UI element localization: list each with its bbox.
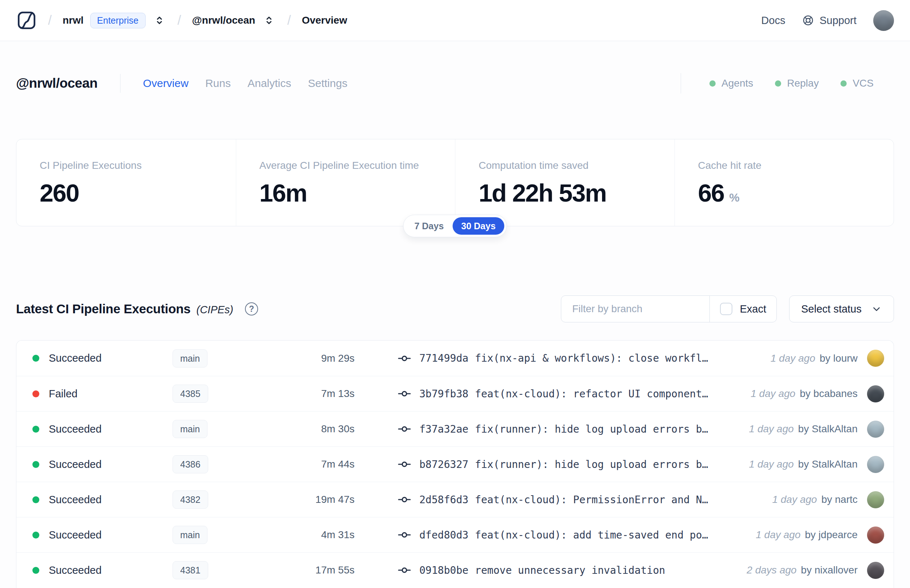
cipe-row[interactable]: Failed 4385 7m 13s 3b79fb38 feat(nx-clou… [16,376,894,411]
branch-badge[interactable]: 4382 [173,491,208,509]
chevron-up-down-icon [154,15,165,26]
stat-card: CI Pipeline Executions 260 [16,139,236,226]
breadcrumb-separator: / [48,13,52,28]
branch-badge[interactable]: 4385 [173,384,208,403]
page-crumb: Overview [302,15,347,26]
breadcrumb-separator: / [287,13,291,28]
commit-info[interactable]: f37a32ae fix(runner): hide log upload er… [398,422,708,436]
duration-label: 7m 44s [256,459,354,470]
feature-indicator[interactable]: Replay [775,78,819,89]
nx-cloud-logo-icon[interactable] [16,10,37,31]
tab[interactable]: Analytics [247,77,291,89]
stat-card: Average CI Pipeline Execution time 16m [236,139,455,226]
status-label: Succeeded [49,529,173,541]
status-dot-icon [32,391,39,397]
cipe-row[interactable]: Succeeded 4382 19m 47s 2d58f6d3 feat(nx-… [16,482,894,517]
commit-hash: f37a32ae [419,423,469,435]
status-select-button[interactable]: Select status [789,296,894,322]
commit-message: feat(nx-cloud): PermissionError and N… [475,494,708,506]
row-meta: 1 day ago by lourw [771,352,858,364]
stat-value: 66 [698,180,724,206]
avatar [867,491,884,508]
feature-indicator[interactable]: Agents [710,78,753,89]
stat-card: Cache hit rate 66 % [674,139,894,226]
page-title: @nrwl/ocean [16,76,97,91]
avatar [867,456,884,473]
branch-badge[interactable]: main [173,526,207,544]
workspace-selector-button[interactable] [262,13,276,27]
avatar [867,527,884,544]
commit-message: fix(nx-api & workflows): close workfl… [475,352,708,364]
support-label: Support [819,15,857,27]
avatar [867,562,884,579]
avatar [867,421,884,438]
feature-indicator[interactable]: VCS [840,78,874,89]
stat-value-row: 66 % [698,180,887,206]
range-option-button[interactable]: 7 Days [406,217,453,235]
timestamp: 1 day ago [749,459,794,470]
git-commit-icon [398,387,411,401]
timestamp: 1 day ago [750,388,795,399]
status-dot-icon [32,461,39,468]
cipe-row[interactable]: Succeeded 4386 7m 44s b8726327 fix(runne… [16,446,894,482]
divider [120,74,121,93]
org-selector-button[interactable] [152,13,167,27]
tab[interactable]: Overview [143,77,189,89]
status-label: Succeeded [49,423,173,435]
indicator-label: Agents [721,78,753,89]
top-navbar: / nrwl Enterprise / @nrwl/ocean / Overvi… [0,0,910,41]
commit-info[interactable]: dfed80d3 feat(nx-cloud): add time-saved … [398,528,708,542]
cipe-row[interactable]: Succeeded 4381 17m 55s 0918b0be remove u… [16,552,894,588]
commit-info[interactable]: 771499da fix(nx-api & workflows): close … [398,352,708,365]
stats-cards: CI Pipeline Executions 260 Average CI Pi… [16,139,894,226]
branch-badge[interactable]: 4386 [173,455,208,473]
stat-label: CI Pipeline Executions [40,160,229,171]
commit-info[interactable]: 0918b0be remove unnecessary invalidation [398,563,665,577]
stat-label: Average CI Pipeline Execution time [260,160,448,171]
git-commit-icon [398,493,411,507]
user-avatar[interactable] [873,10,894,31]
range-option-button[interactable]: 30 Days [453,217,504,235]
cipe-row[interactable]: Succeeded main 8m 30s f37a32ae fix(runne… [16,411,894,446]
branch-cell: 4382 [173,491,256,509]
commit-hash: 2d58f6d3 [419,494,469,506]
cipe-row[interactable]: Succeeded main 4m 31s dfed80d3 feat(nx-c… [16,517,894,552]
chevron-up-down-icon [263,15,275,26]
status-label: Succeeded [49,352,173,364]
tab[interactable]: Settings [308,77,347,89]
commit-info[interactable]: 3b79fb38 feat(nx-cloud): refactor UI com… [398,387,708,401]
branch-badge[interactable]: 4381 [173,561,208,579]
author-label: by StalkAltan [798,459,858,470]
breadcrumb: / nrwl Enterprise / @nrwl/ocean / Overvi… [16,10,347,31]
status-dot-icon [840,81,847,87]
cipe-filters: Exact Select status [561,296,894,322]
branch-badge[interactable]: main [173,349,207,367]
cipe-row[interactable]: Succeeded main 9m 29s 771499da fix(nx-ap… [16,341,894,376]
status-label: Succeeded [49,494,173,506]
commit-message: feat(nx-cloud): refactor UI component… [475,388,708,400]
exact-checkbox[interactable] [720,303,732,315]
author-label: by bcabanes [800,388,858,399]
cipe-table: Succeeded main 9m 29s 771499da fix(nx-ap… [16,340,894,588]
workspace-crumb: @nrwl/ocean [192,13,276,27]
stat-label: Cache hit rate [698,160,887,171]
commit-info[interactable]: b8726327 fix(runner): hide log upload er… [398,457,708,471]
docs-link[interactable]: Docs [761,15,785,27]
tab[interactable]: Runs [205,77,231,89]
commit-hash: dfed80d3 [419,529,469,541]
row-meta: 1 day ago by jdpearce [756,529,858,541]
commit-hash: 3b79fb38 [419,388,469,400]
branch-badge[interactable]: main [173,420,207,438]
duration-label: 4m 31s [256,529,354,541]
branch-filter-input[interactable] [561,296,710,322]
help-icon[interactable]: ? [245,302,258,315]
branch-cell: main [173,349,256,367]
commit-info[interactable]: 2d58f6d3 feat(nx-cloud): PermissionError… [398,493,708,507]
feature-indicators-wrap: Agents Replay VCS [680,73,894,94]
git-commit-icon [398,528,411,542]
status-dot-icon [775,81,781,87]
stat-value-row: 260 [40,180,229,206]
stat-label: Computation time saved [478,160,667,171]
support-link[interactable]: Support [802,14,857,27]
status-label: Succeeded [49,459,173,470]
